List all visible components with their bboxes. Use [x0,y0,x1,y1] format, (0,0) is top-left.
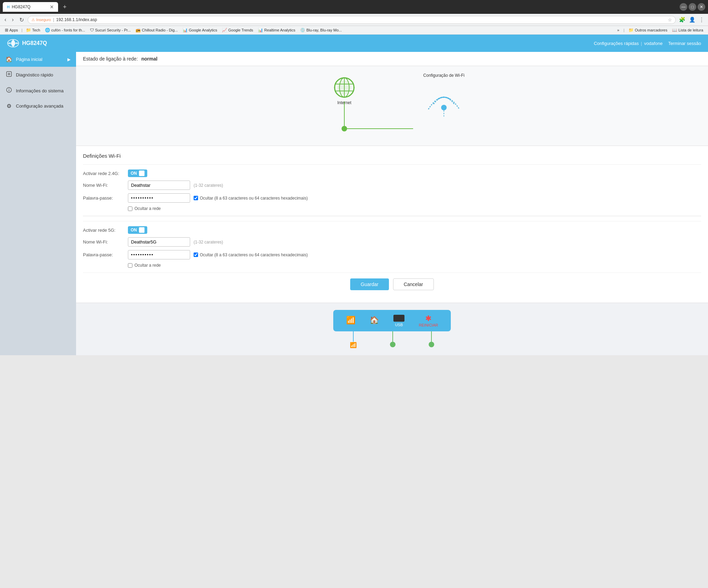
outros-icon: 📁 [628,28,634,33]
folder-icon: 📁 [26,28,31,33]
wifi-config-group: Configuração de Wi-Fi [416,73,472,119]
home-device-icon: 🏠 [370,316,379,326]
bottom-nodes: 📶 [333,331,451,348]
wifi-name-5g-label: Nome Wi-Fi: [83,239,128,245]
wifi-config-label: Configuração de Wi-Fi [416,73,472,78]
vodafone-link[interactable]: vodafone [644,41,663,46]
menu-button[interactable]: ⋮ [698,16,705,24]
password-5g-row: Palavra-passe: Ocultar (8 a 63 caractere… [83,250,701,259]
node-right-line [431,331,432,342]
bookmark-tech[interactable]: 📁 Tech [24,27,42,33]
diagnostico-icon [6,71,12,79]
close-button[interactable]: ✕ [698,3,705,11]
sidebar-item-config[interactable]: ⚙ Configuração avançada [0,99,76,113]
config-icon: ⚙ [6,103,12,109]
svg-point-14 [441,105,447,110]
bookmark-reading-list[interactable]: 📖 Lista de leitura [670,27,705,33]
back-button[interactable]: ‹ [3,16,8,24]
hide-password-24-checkbox[interactable] [194,196,198,200]
router-logo: HG8247Q [7,39,47,48]
bookmark-sucuri[interactable]: 🛡 Sucuri Security - Pr... [88,27,133,33]
window-controls: — □ ✕ [680,3,705,11]
bookmark-outros[interactable]: 📁 Outros marcadores [626,27,669,33]
usb-label: USB [393,323,404,327]
sidebar-info-label: Informações do sistema [16,88,64,93]
tab-close-btn[interactable]: ✕ [50,4,54,10]
device-diagram-section: 📶 🏠 USB ✱ REINICIAR [76,303,708,355]
apps-icon: ⊞ [5,28,8,33]
password-24-input[interactable] [128,193,190,203]
reiniciar-label: REINICIAR [419,323,438,327]
home-arrow-icon: ▶ [67,57,71,62]
wifi-name-5g-input[interactable] [128,237,190,247]
save-button[interactable]: Guardar [350,278,389,290]
bookmark-bluray-label: Blu-ray, Blu-ray Mo... [306,28,342,32]
password-5g-input[interactable] [128,250,190,259]
extensions-button[interactable]: 🧩 [678,16,687,24]
hide-password-24-group: Ocultar (8 a 63 caracteres ou 64 caracte… [194,196,308,201]
cancel-button[interactable]: Cancelar [393,278,434,290]
wifi-name-5g-control: (1-32 carateres) [128,237,701,247]
bookmark-bluray[interactable]: 💿 Blu-ray, Blu-ray Mo... [298,27,344,33]
new-tab-button[interactable]: + [61,3,69,11]
wifi-name-24-label: Nome Wi-Fi: [83,183,128,188]
bookmark-analytics[interactable]: 📊 Google Analytics [180,27,219,33]
bookmark-chillout-label: Chillout Radio - Dig... [142,28,178,32]
bookmark-chillout[interactable]: 📻 Chillout Radio - Dig... [133,27,180,33]
node-left-line [353,331,354,342]
bluray-icon: 💿 [300,28,305,33]
address-bar[interactable]: ⚠ Inseguro | 192.168.1.1/index.asp ☆ [28,16,676,24]
sidebar-home-label: Página inicial [16,57,43,62]
status-bar: Estado de ligação à rede: normal [76,52,708,66]
bookmark-outros-label: Outros marcadores [635,28,667,32]
logout-link[interactable]: Terminar sessão [668,41,701,46]
activate-24-label: Activar rede 2.4G: [83,171,128,176]
minimize-button[interactable]: — [680,3,687,11]
bookmark-trends-label: Google Trends [228,28,253,32]
separator: | [53,17,54,22]
web-icon-1: 🌐 [45,28,50,33]
bookmark-sucuri-label: Sucuri Security - Pr... [95,28,131,32]
password-24-row: Palavra-passe: Ocultar (8 a 63 caractere… [83,193,701,203]
sidebar-config-label: Configuração avançada [16,103,63,109]
bookmark-apps[interactable]: ⊞ Apps [3,27,20,33]
huawei-logo-icon [7,39,19,48]
maximize-button[interactable]: □ [689,3,696,11]
bookmark-trends[interactable]: 📈 Google Trends [220,27,255,33]
hide-password-5g-checkbox[interactable] [194,252,198,257]
activate-5g-control: ON [128,226,701,234]
usb-device-icon[interactable]: USB [393,315,404,327]
bookmark-realtime[interactable]: 📊 Realtime Analytics [256,27,297,33]
quick-settings-link[interactable]: Configurações rápidas [594,41,639,46]
radio-icon: 📻 [136,28,141,33]
wifi-name-24-input[interactable] [128,181,190,190]
reiniciar-device-icon[interactable]: ✱ REINICIAR [419,314,438,327]
bookmark-cufon[interactable]: 🌐 cufón - fonts for th... [43,27,87,33]
more-bookmarks-button[interactable]: » [615,27,621,33]
profile-button[interactable]: 👤 [688,16,697,24]
sidebar-item-diagnostico[interactable]: Diagnóstico rápido [0,67,76,83]
network-diagram: Internet Configuração de Wi-Fi [76,66,708,146]
bookmark-tech-label: Tech [32,28,40,32]
tab-favicon: H [7,5,10,9]
activate-5g-row: Activar rede 5G: ON [83,226,701,234]
node-center-line [392,331,393,342]
info-icon [6,87,12,94]
activate-24-row: Activar rede 2.4G: ON [83,169,701,177]
toggle-5g-switch[interactable]: ON [128,226,147,234]
reload-button[interactable]: ↻ [18,16,26,24]
sidebar-item-home[interactable]: 🏠 Página inicial ▶ [0,52,76,67]
wifi-name-5g-hint: (1-32 carateres) [194,240,223,245]
toggle-24-switch[interactable]: ON [128,169,147,177]
sidebar-item-info[interactable]: Informações do sistema [0,83,76,99]
hide-network-24-label: Ocultar a rede [134,206,161,211]
hide-network-24-checkbox[interactable] [128,206,132,211]
node-right [429,331,434,348]
hide-network-5g-checkbox[interactable] [128,263,132,268]
browser-tab[interactable]: H HG8247Q ✕ [3,2,58,12]
hide-network-5g-row: Ocultar a rede [128,263,701,268]
forward-button[interactable]: › [10,16,15,24]
star-icon[interactable]: ☆ [668,17,672,22]
router-app: HG8247Q Configurações rápidas | vodafone… [0,35,708,355]
activate-24-control: ON [128,169,701,177]
